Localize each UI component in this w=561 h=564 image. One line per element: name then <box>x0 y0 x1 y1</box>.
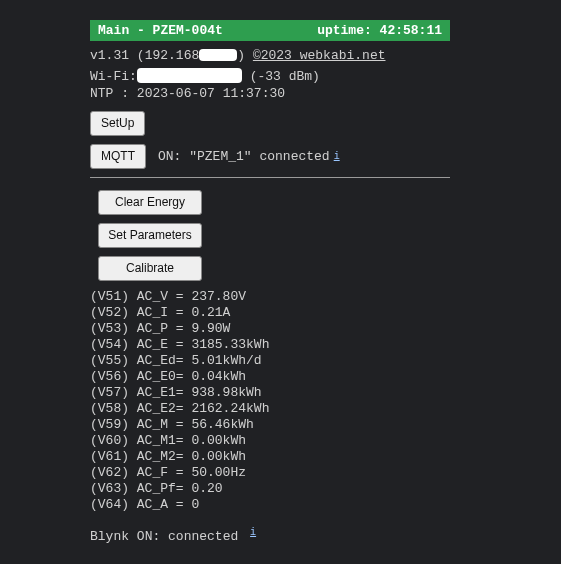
clear-energy-button[interactable]: Clear Energy <box>98 190 202 215</box>
title-bar: Main - PZEM-004t uptime: 42:58:11 <box>90 20 450 41</box>
vendor-link[interactable]: ©2023 webkabi.net <box>253 48 386 63</box>
redacted-ip <box>199 49 237 61</box>
calibrate-button[interactable]: Calibrate <box>98 256 202 281</box>
setup-button[interactable]: SetUp <box>90 111 145 136</box>
mqtt-button[interactable]: MQTT <box>90 144 146 169</box>
ntp-line: NTP : 2023-06-07 11:37:30 <box>90 86 450 101</box>
separator <box>90 177 450 178</box>
uptime: uptime: 42:58:11 <box>317 23 442 38</box>
version-line: v1.31 (192.168) ©2023 webkabi.net <box>90 47 450 63</box>
wifi-line: Wi-Fi: (-33 dBm) <box>90 65 450 84</box>
set-parameters-button[interactable]: Set Parameters <box>98 223 202 248</box>
mqtt-status: ON: "PZEM_1" connected <box>158 149 330 164</box>
app-title: Main - PZEM-004t <box>98 23 223 38</box>
readings-block: (V51) AC_V = 237.80V (V52) AC_I = 0.21A … <box>90 289 450 513</box>
info-icon[interactable]: i <box>246 527 256 538</box>
blynk-line: Blynk ON: connected i <box>90 527 450 544</box>
redacted-ssid <box>137 68 242 83</box>
info-icon[interactable]: i <box>330 151 340 162</box>
